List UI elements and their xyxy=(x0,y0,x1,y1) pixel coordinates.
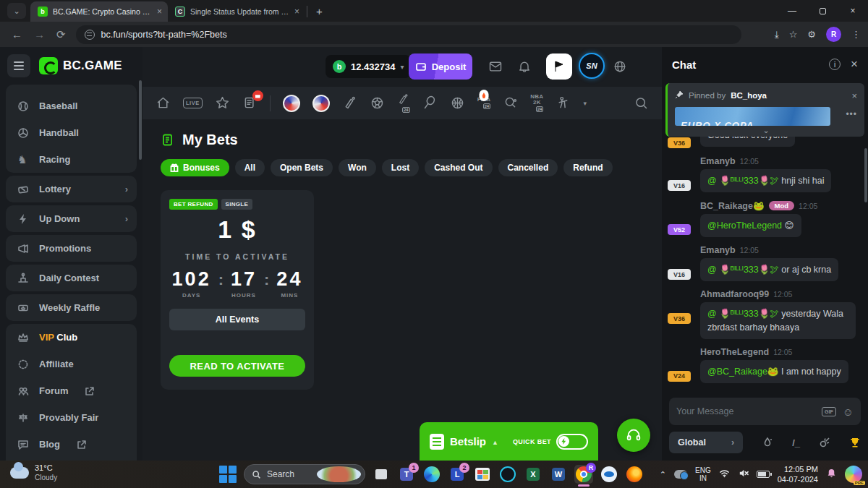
store-app-icon[interactable] xyxy=(473,465,492,484)
chat-room-selector[interactable]: Global › xyxy=(669,432,743,453)
edge-app-icon[interactable] xyxy=(422,465,441,484)
pin-expand-chevron-icon[interactable]: ⌄ xyxy=(762,126,769,135)
mention[interactable]: @ 🌷ᴮᴵᴸᴸᴵ333🌷🕊 xyxy=(707,265,779,275)
sidebar-scrollbar[interactable] xyxy=(139,80,142,160)
sidebar-item-racing[interactable]: ♞ Racing xyxy=(6,146,137,173)
refresh-icon[interactable]: ⟳ xyxy=(56,28,66,41)
user-avatar[interactable]: SN xyxy=(579,53,605,79)
browser-tab-inactive[interactable]: C Single Status Update from 07/0 × xyxy=(168,1,305,22)
sidebar-item-handball[interactable]: Handball xyxy=(6,119,137,146)
all-events-button[interactable]: All Events xyxy=(169,309,305,330)
message-bubble[interactable]: @ 🌷ᴮᴵᴸᴸᴵ333🌷🕊 or aj cb krna xyxy=(700,258,838,281)
table-tennis-icon[interactable] xyxy=(503,95,518,111)
sidebar-item-baseball[interactable]: Baseball xyxy=(6,93,137,119)
copilot-icon[interactable]: PRE xyxy=(845,466,862,483)
sidebar-item-affiliate[interactable]: Affiliate xyxy=(6,351,137,377)
favorites-star-icon[interactable] xyxy=(215,95,230,111)
back-icon[interactable]: ← xyxy=(12,28,22,40)
hamburger-menu-button[interactable] xyxy=(7,54,30,77)
basketball-icon[interactable] xyxy=(450,95,465,111)
filter-cashed-out[interactable]: Cashed Out xyxy=(425,159,492,176)
wifi-icon[interactable] xyxy=(719,468,730,481)
gif-icon[interactable]: GIF xyxy=(822,407,836,416)
pin-more-icon[interactable]: ••• xyxy=(846,109,857,119)
new-tab-button[interactable]: + xyxy=(316,5,323,17)
betslip-bar[interactable]: Betslip ▲ QUICK BET xyxy=(420,422,598,461)
search-icon[interactable] xyxy=(634,95,649,111)
language-indicator[interactable]: ENG IN xyxy=(695,466,711,482)
username[interactable]: HeroTheLegend xyxy=(700,347,769,357)
pinned-message[interactable]: Pinned by BC_hoya × EURO X COPA ••• ⌄ xyxy=(665,83,864,137)
mention[interactable]: @ 🌷ᴮᴵᴸᴸᴵ333🌷🕊 xyxy=(707,309,779,319)
save-to-device-icon[interactable]: ⤓ xyxy=(775,29,779,40)
info-icon[interactable]: i xyxy=(829,59,841,70)
bcgame-logo[interactable]: BC.GAME xyxy=(39,57,122,74)
notifications-bell-icon[interactable] xyxy=(517,59,532,74)
quick-bet-toggle[interactable] xyxy=(556,434,588,450)
copa-america-icon[interactable] xyxy=(312,95,330,112)
message-bubble[interactable]: @ 🌷ᴮᴵᴸᴸᴵ333🌷🕊 hnji shi hai xyxy=(700,169,831,192)
my-bets-icon[interactable] xyxy=(242,95,258,111)
taskbar-weather-widget[interactable]: 31°C Cloudy xyxy=(10,463,57,482)
tray-chevron-up-icon[interactable]: ⌃ xyxy=(660,470,666,479)
commands-icon[interactable]: /_ xyxy=(792,437,800,448)
cricket-icon[interactable] xyxy=(342,95,357,111)
filter-open-bets[interactable]: Open Bets xyxy=(271,159,333,176)
message-input[interactable] xyxy=(676,406,815,416)
message-bubble[interactable]: @HeroTheLegend 😊 xyxy=(700,214,801,237)
chat-input-box[interactable]: GIF ☺ xyxy=(669,398,861,425)
restore-button[interactable] xyxy=(807,0,838,22)
filter-bonuses[interactable]: Bonuses xyxy=(161,159,229,176)
home-icon[interactable] xyxy=(156,95,171,111)
pin-close-icon[interactable]: × xyxy=(851,90,857,101)
sidebar-item-vip-club[interactable]: VIP Club xyxy=(6,324,137,351)
language-globe-icon[interactable] xyxy=(613,59,627,74)
username[interactable]: Ahmadfarooq99 xyxy=(700,289,769,299)
onedrive-cloud-icon[interactable] xyxy=(674,470,687,479)
chat-scrollbar[interactable] xyxy=(864,148,867,202)
trophy-icon[interactable] xyxy=(849,437,861,448)
sidebar-item-ice-hockey[interactable]: Ice Hockey xyxy=(6,85,137,93)
battery-icon[interactable] xyxy=(757,471,770,478)
filter-lost[interactable]: Lost xyxy=(382,159,419,176)
euro-2024-icon[interactable] xyxy=(283,95,300,112)
sidebar-item-lottery[interactable]: Lottery › xyxy=(6,176,137,202)
tennis-icon[interactable] xyxy=(422,95,438,111)
rain-drop-icon[interactable] xyxy=(762,437,773,448)
mention[interactable]: @HeroTheLegend xyxy=(707,221,782,231)
linkedin-app-icon[interactable]: L2 xyxy=(448,465,467,484)
filter-won[interactable]: Won xyxy=(339,159,376,176)
emoji-icon[interactable]: ☺ xyxy=(843,406,854,418)
sidebar-item-daily-contest[interactable]: Daily Contest xyxy=(6,265,137,291)
nba-2k-icon[interactable]: NBA 2K 24 xyxy=(530,94,543,112)
tab-close-icon[interactable]: × xyxy=(294,7,299,17)
bookmark-star-icon[interactable]: ☆ xyxy=(789,29,798,40)
sidebar-item-promotions[interactable]: Promotions xyxy=(6,235,137,262)
minimize-button[interactable]: — xyxy=(777,0,807,22)
word-app-icon[interactable]: W xyxy=(549,465,568,484)
sidebar-item-weekly-raffle[interactable]: Weekly Raffle xyxy=(6,294,137,321)
username[interactable]: Emanyb xyxy=(700,156,736,166)
sidebar-item-forum[interactable]: Forum xyxy=(6,377,137,404)
excel-app-icon[interactable]: X xyxy=(524,465,542,484)
browser-profile-avatar[interactable]: R xyxy=(826,27,841,42)
sidebar-item-up-down[interactable]: Up Down › xyxy=(6,205,137,232)
soccer-icon[interactable] xyxy=(370,95,385,111)
live-tab[interactable]: LIVE xyxy=(183,98,203,108)
volume-muted-icon[interactable] xyxy=(738,468,749,481)
alexa-app-icon[interactable] xyxy=(498,465,517,484)
start-button[interactable] xyxy=(218,465,237,484)
sidebar-item-provably-fair[interactable]: Provably Fair xyxy=(6,404,137,431)
tab-close-icon[interactable]: × xyxy=(157,7,162,17)
taskbar-search[interactable]: Search xyxy=(244,464,365,484)
mention[interactable]: @BC_Raikage🐸 xyxy=(707,367,778,377)
fifa-24-icon[interactable]: FIFA 24 xyxy=(477,97,491,109)
close-button[interactable]: × xyxy=(838,0,868,22)
teams-app-icon[interactable]: T1 xyxy=(397,465,416,484)
browser-tab-active[interactable]: b BC.GAME: Crypto Casino Game × xyxy=(30,1,168,22)
filter-refund[interactable]: Refund xyxy=(563,159,612,176)
counter-strike-icon[interactable] xyxy=(556,95,571,111)
sidebar-item-sport-betting-insight[interactable]: Sport Betting Insig xyxy=(6,458,137,461)
balance-selector[interactable]: b 12.432734 ▾ xyxy=(326,55,411,78)
task-view-button[interactable] xyxy=(372,465,391,484)
